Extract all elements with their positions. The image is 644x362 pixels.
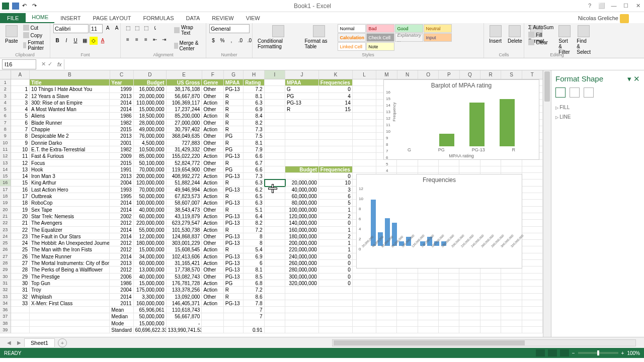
style-explanatory[interactable]: Explanatory ... — [395, 33, 423, 42]
col-header-T[interactable]: T — [522, 70, 543, 79]
percent-icon[interactable]: % — [218, 37, 226, 45]
row-header[interactable]: 17 — [0, 187, 11, 193]
col-header-C[interactable]: C — [110, 70, 134, 79]
tab-data[interactable]: DATA — [180, 13, 206, 23]
style-bad[interactable]: Bad — [366, 24, 394, 33]
col-header-S[interactable]: S — [501, 70, 522, 79]
row-header[interactable]: 19 — [0, 200, 11, 206]
insert-cells-button[interactable]: Insert — [487, 24, 504, 45]
format-as-table-button[interactable]: Format as Table — [303, 24, 336, 50]
col-header-K[interactable]: K — [319, 70, 353, 79]
tab-view[interactable]: VIEW — [240, 13, 266, 23]
style-note[interactable]: Note — [366, 42, 394, 51]
col-header-P[interactable]: P — [439, 70, 459, 79]
horizontal-scrollbar[interactable] — [332, 339, 636, 346]
help-icon[interactable]: ? — [586, 3, 594, 10]
col-header-M[interactable]: M — [376, 70, 397, 79]
col-header-R[interactable]: R — [480, 70, 501, 79]
tab-page-layout[interactable]: PAGE LAYOUT — [87, 13, 137, 23]
cut-button[interactable]: Cut — [22, 24, 48, 31]
fill-button[interactable]: Fill — [527, 31, 554, 38]
font-name-select[interactable] — [53, 24, 89, 33]
row-header[interactable]: 10 — [0, 140, 11, 146]
view-page-break-icon[interactable] — [560, 349, 569, 356]
row-header[interactable]: 29 — [0, 266, 11, 273]
name-box[interactable] — [2, 59, 36, 69]
format-painter-button[interactable]: Format Painter — [22, 39, 48, 51]
row-header[interactable]: 24 — [0, 233, 11, 240]
fill-color-button[interactable]: ◇ — [90, 37, 98, 45]
align-right-icon[interactable]: ≡ — [142, 36, 150, 44]
style-input[interactable]: Input — [424, 33, 452, 42]
orientation-icon[interactable]: ⤹ — [151, 24, 159, 32]
row-header[interactable]: 2 — [0, 86, 11, 93]
row-header[interactable]: 7 — [0, 120, 11, 126]
style-normal[interactable]: Normal — [338, 24, 366, 33]
col-header-I[interactable]: I — [265, 70, 285, 79]
font-color-button[interactable]: A — [99, 37, 107, 45]
sheet-tab[interactable]: Sheet1 — [24, 338, 55, 347]
row-header[interactable]: 37 — [0, 313, 11, 320]
col-header-H[interactable]: H — [244, 70, 264, 79]
row-header[interactable]: 22 — [0, 220, 11, 226]
spreadsheet-grid[interactable]: ABCDEFGHIJKLMNOPQRST 1TitleYearBudgetUS … — [0, 70, 543, 337]
col-header-B[interactable]: B — [30, 70, 110, 79]
align-center-icon[interactable]: ≡ — [133, 36, 141, 44]
style-linked-cell[interactable]: Linked Cell — [338, 42, 366, 51]
row-header[interactable]: 28 — [0, 260, 11, 266]
formula-bar[interactable] — [64, 59, 644, 69]
col-header-O[interactable]: O — [418, 70, 439, 79]
decrease-font-icon[interactable]: A — [113, 24, 121, 32]
indent-inc-icon[interactable]: ⇥ — [160, 36, 168, 44]
row-header[interactable]: 8 — [0, 126, 11, 133]
tab-home[interactable]: HOME — [26, 12, 54, 23]
italic-button[interactable]: I — [62, 37, 70, 45]
col-header-Q[interactable]: Q — [460, 70, 480, 79]
avatar[interactable] — [620, 14, 629, 23]
ribbon-options-icon[interactable]: ⬜ — [598, 3, 606, 10]
style-check-cell[interactable]: Check Cell — [366, 33, 394, 42]
col-header-G[interactable]: G — [224, 70, 244, 79]
row-header[interactable]: 4 — [0, 100, 11, 106]
row-header[interactable]: 16 — [0, 179, 11, 186]
row-header[interactable]: 32 — [0, 287, 11, 293]
row-header[interactable]: 13 — [0, 160, 11, 166]
row-header[interactable]: 9 — [0, 133, 11, 139]
sheet-nav-prev[interactable]: ◀ — [4, 340, 14, 345]
merge-center-button[interactable]: Merge & Center — [173, 40, 203, 52]
clear-button[interactable]: Clear — [527, 39, 554, 46]
row-header[interactable]: 34 — [0, 300, 11, 307]
conditional-formatting-button[interactable]: Conditional Formatting — [256, 24, 301, 50]
find-select-button[interactable]: Find & Select — [575, 24, 593, 56]
pane-close-icon[interactable]: ✕ — [633, 74, 640, 83]
row-header[interactable]: 23 — [0, 227, 11, 233]
view-page-layout-icon[interactable] — [548, 349, 557, 356]
align-bottom-icon[interactable]: ⬚ — [142, 24, 150, 32]
sheet-nav-next[interactable]: ▶ — [14, 340, 24, 345]
save-icon[interactable] — [12, 3, 19, 10]
row-header[interactable]: 25 — [0, 240, 11, 246]
row-header[interactable]: 14 — [0, 166, 11, 173]
size-tab-icon[interactable] — [584, 87, 594, 98]
font-size-select[interactable] — [90, 24, 103, 33]
row-header[interactable]: 15 — [0, 173, 11, 179]
row-header[interactable]: 21 — [0, 213, 11, 220]
row-header[interactable]: 39 — [0, 327, 11, 333]
style-neutral[interactable]: Neutral — [424, 24, 452, 33]
select-all-corner[interactable] — [0, 70, 11, 79]
pane-dropdown-icon[interactable]: ▾ — [627, 74, 631, 83]
close-icon[interactable]: ✕ — [634, 3, 642, 10]
col-header-J[interactable]: J — [285, 70, 319, 79]
fill-line-tab-icon[interactable] — [555, 87, 566, 98]
chart-mpaa-barplot[interactable]: Barplot of MPAA rating 16151413121110987… — [383, 79, 539, 160]
row-header[interactable]: 20 — [0, 207, 11, 213]
effects-tab-icon[interactable] — [570, 87, 580, 98]
col-header-N[interactable]: N — [397, 70, 418, 79]
copy-button[interactable]: Copy — [22, 32, 48, 39]
underline-button[interactable]: U — [71, 37, 79, 45]
zoom-level[interactable]: 100% — [627, 350, 640, 356]
cancel-formula-icon[interactable]: ✕ — [41, 61, 46, 67]
undo-icon[interactable]: ↶ — [22, 3, 29, 10]
col-header-L[interactable]: L — [353, 70, 376, 79]
col-header-A[interactable]: A — [11, 70, 30, 79]
